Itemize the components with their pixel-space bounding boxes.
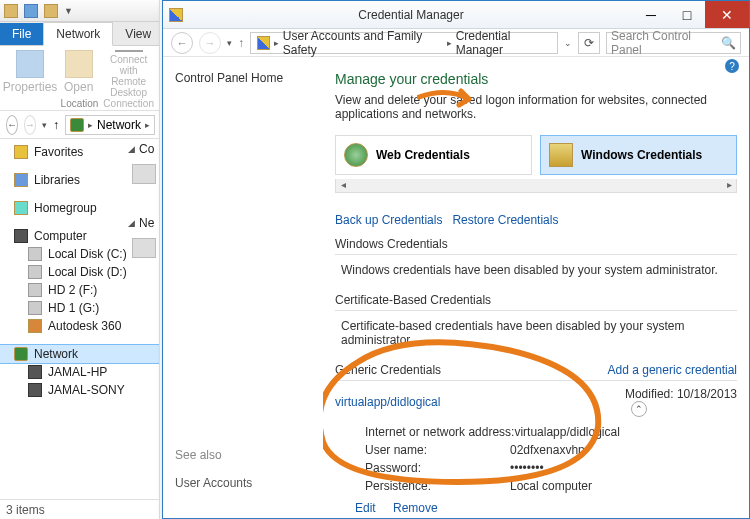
- remote-desktop-icon: [115, 50, 143, 52]
- star-icon: [14, 145, 28, 159]
- section-generic-credentials: Generic Credentials Add a generic creden…: [335, 363, 737, 381]
- nav-fwd-button: →: [24, 115, 36, 135]
- device-thumb[interactable]: [132, 164, 156, 184]
- device-thumb[interactable]: [132, 238, 156, 258]
- cm-toolbar: ← → ▾ ↑ ▸ User Accounts and Family Safet…: [163, 29, 749, 57]
- minimize-button[interactable]: ─: [633, 1, 669, 28]
- tree-drive-f[interactable]: HD 2 (F:): [0, 281, 159, 299]
- history-dropdown-icon[interactable]: ▾: [227, 38, 232, 48]
- page-description: View and delete your saved logon informa…: [335, 93, 715, 121]
- nav-history-icon[interactable]: ▾: [42, 120, 47, 130]
- remove-link[interactable]: Remove: [393, 501, 438, 515]
- scroll-left-icon[interactable]: ◂: [336, 179, 350, 192]
- nav-up-icon[interactable]: ↑: [53, 118, 59, 132]
- collapse-icon[interactable]: ◢: [128, 144, 135, 154]
- horizontal-scrollbar[interactable]: ◂▸: [335, 179, 737, 193]
- label-address: Internet or network address:: [365, 425, 514, 439]
- cm-left-pane: Control Panel Home See also User Account…: [163, 57, 323, 518]
- msg-cert-disabled: Certificate-based credentials have been …: [335, 315, 737, 353]
- value-address: virtualapp/didlogical: [514, 425, 619, 439]
- explorer-content-sliver: ◢Co ◢Ne: [128, 140, 162, 268]
- qat-dropdown-icon[interactable]: ▼: [64, 6, 73, 16]
- shield-icon: [257, 36, 270, 50]
- tab-web-credentials[interactable]: Web Credentials: [335, 135, 532, 175]
- breadcrumb[interactable]: ▸ User Accounts and Family Safety▸ Crede…: [250, 32, 558, 54]
- title-bar[interactable]: Credential Manager ─ □ ✕: [163, 1, 749, 29]
- value-password: ••••••••: [510, 461, 544, 475]
- open-icon: [65, 50, 93, 78]
- cm-main-pane: Manage your credentials View and delete …: [323, 57, 749, 518]
- forward-button: →: [199, 32, 221, 54]
- control-panel-home-link[interactable]: Control Panel Home: [175, 71, 311, 85]
- value-persistence: Local computer: [510, 479, 592, 493]
- ribbon: Properties Open Connect with Remote Desk…: [0, 46, 159, 111]
- properties-icon[interactable]: [24, 4, 38, 18]
- drive-icon: [28, 283, 42, 297]
- tree-net-jamal-hp[interactable]: JAMAL-HP: [0, 363, 159, 381]
- maximize-button[interactable]: □: [669, 1, 705, 28]
- up-button[interactable]: ↑: [238, 36, 244, 50]
- credential-entry-header[interactable]: virtualapp/didlogical Modified: 10/18/20…: [335, 385, 737, 419]
- close-button[interactable]: ✕: [705, 1, 749, 28]
- collapse-icon[interactable]: ⌃: [631, 401, 647, 417]
- status-bar: 3 items: [0, 499, 159, 519]
- computer-icon: [14, 229, 28, 243]
- credential-name[interactable]: virtualapp/didlogical: [335, 395, 440, 409]
- network-icon: [70, 118, 84, 132]
- collapse-icon[interactable]: ◢: [128, 218, 135, 228]
- msg-windows-disabled: Windows credentials have been disabled b…: [335, 259, 737, 283]
- tree-autodesk360[interactable]: Autodesk 360: [0, 317, 159, 335]
- credential-type-tabs: Web Credentials Windows Credentials: [335, 135, 737, 175]
- window-title: Credential Manager: [189, 8, 633, 22]
- breadcrumb[interactable]: ▸Network▸: [65, 115, 155, 135]
- see-also-label: See also: [175, 448, 252, 462]
- credential-actions: Edit Remove: [335, 497, 737, 515]
- ribbon-group-label: Location: [0, 98, 159, 109]
- tree-network[interactable]: Network: [0, 345, 159, 363]
- tab-view[interactable]: View: [113, 23, 163, 45]
- safe-icon: [549, 143, 573, 167]
- network-icon: [14, 347, 28, 361]
- libraries-icon: [14, 173, 28, 187]
- label-username: User name:: [365, 443, 510, 457]
- tab-file[interactable]: File: [0, 23, 43, 45]
- tab-windows-credentials[interactable]: Windows Credentials: [540, 135, 737, 175]
- edit-link[interactable]: Edit: [355, 501, 376, 515]
- drive-icon: [28, 265, 42, 279]
- explorer-address-bar: ← → ▾ ↑ ▸Network▸: [0, 111, 159, 139]
- value-username: 02dfxenaxvhp: [510, 443, 585, 457]
- nav-back-button[interactable]: ←: [6, 115, 18, 135]
- label-password: Password:: [365, 461, 510, 475]
- ribbon-tabs: File Network View: [0, 22, 159, 46]
- crumb-credential-manager[interactable]: Credential Manager: [456, 29, 551, 57]
- scroll-right-icon[interactable]: ▸: [722, 179, 736, 192]
- crumb-user-accounts[interactable]: User Accounts and Family Safety: [283, 29, 443, 57]
- page-heading: Manage your credentials: [335, 71, 737, 87]
- folder-icon: [4, 4, 18, 18]
- modified-date: 10/18/2013: [677, 387, 737, 401]
- section-cert-credentials: Certificate-Based Credentials: [335, 293, 737, 311]
- section-windows-credentials: Windows Credentials: [335, 237, 737, 255]
- backup-credentials-link[interactable]: Back up Credentials: [335, 213, 442, 227]
- credential-manager-window: Credential Manager ─ □ ✕ ← → ▾ ↑ ▸ User …: [162, 0, 750, 519]
- new-folder-icon[interactable]: [44, 4, 58, 18]
- restore-credentials-link[interactable]: Restore Credentials: [452, 213, 558, 227]
- search-icon: 🔍: [721, 36, 736, 50]
- modified-label: Modified:: [625, 387, 674, 401]
- autodesk-icon: [28, 319, 42, 333]
- drive-icon: [28, 301, 42, 315]
- tab-network[interactable]: Network: [43, 22, 113, 46]
- label-persistence: Persistence:: [365, 479, 510, 493]
- properties-large-icon: [16, 50, 44, 78]
- crumb-dropdown-icon[interactable]: ⌄: [564, 38, 572, 48]
- tree-net-jamal-sony[interactable]: JAMAL-SONY: [0, 381, 159, 399]
- add-generic-credential-link[interactable]: Add a generic credential: [608, 363, 737, 377]
- quick-access-toolbar: ▼: [0, 0, 159, 22]
- credential-details: Internet or network address:virtualapp/d…: [335, 419, 737, 497]
- back-button[interactable]: ←: [171, 32, 193, 54]
- search-box[interactable]: Search Control Panel🔍: [606, 32, 741, 54]
- user-accounts-link[interactable]: User Accounts: [175, 476, 252, 490]
- tree-drive-g[interactable]: HD 1 (G:): [0, 299, 159, 317]
- refresh-button[interactable]: ⟳: [578, 32, 600, 54]
- shield-icon: [169, 8, 183, 22]
